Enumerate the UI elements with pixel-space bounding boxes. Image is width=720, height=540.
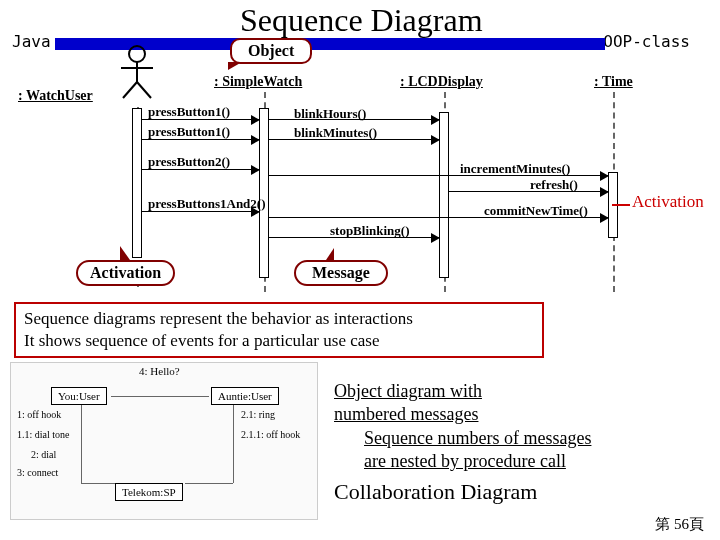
diagram-title: Sequence Diagram (240, 2, 483, 39)
od-link (185, 483, 233, 484)
collab-line: are nested by procedure call (364, 451, 566, 471)
msg-label: pressButton1() (148, 104, 230, 120)
actor-icon (117, 44, 157, 100)
lifeline-simplewatch: : SimpleWatch (214, 74, 302, 90)
arrow-icon (269, 175, 608, 176)
activation-bar (259, 108, 269, 278)
page-number: 第 56頁 (655, 515, 704, 534)
arrow-icon (269, 217, 608, 218)
desc-line: It shows sequence of events for a partic… (24, 330, 534, 352)
oop-class-label: OOP-class (603, 32, 690, 51)
lifeline-watchuser: : WatchUser (18, 88, 93, 104)
od-num: 3: connect (17, 467, 58, 478)
pointer-line (612, 204, 630, 206)
activation-bar (439, 112, 449, 278)
activation-label-right: Activation (632, 192, 704, 212)
od-obj-telekom: Telekom:SP (115, 483, 183, 501)
collab-text: Object diagram with numbered messages Se… (334, 380, 591, 506)
activation-bar (132, 108, 142, 258)
desc-line: Sequence diagrams represent the behavior… (24, 308, 534, 330)
arrow-icon (269, 119, 439, 120)
collab-line: Sequence numbers of messages (364, 428, 591, 448)
object-callout: Object (230, 38, 312, 64)
od-link (111, 396, 209, 397)
lifeline-lcddisplay: : LCDDisplay (400, 74, 483, 90)
svg-line-4 (137, 82, 151, 98)
activation-callout-left: Activation (76, 260, 175, 286)
od-num: 2.1.1: off hook (241, 429, 300, 440)
od-link (81, 483, 115, 484)
arrow-icon (142, 139, 259, 140)
svg-point-0 (129, 46, 145, 62)
collab-line: Object diagram with (334, 381, 482, 401)
lifeline-time: : Time (594, 74, 633, 90)
od-num: 1: off hook (17, 409, 61, 420)
arrow-icon (448, 191, 608, 192)
java-label: Java (12, 32, 51, 51)
od-msg: 4: Hello? (139, 365, 180, 377)
msg-label: pressButton1() (148, 124, 230, 140)
od-obj-auntie: Auntie:User (211, 387, 279, 405)
msg-label: pressButtons1And2() (148, 196, 266, 212)
callout-tail (120, 246, 130, 260)
od-num: 2: dial (31, 449, 56, 460)
object-diagram-thumb: 4: Hello? You:User Auntie:User Telekom:S… (10, 362, 318, 520)
msg-label: pressButton2() (148, 154, 230, 170)
arrow-icon (142, 169, 259, 170)
svg-line-3 (123, 82, 137, 98)
od-link (233, 405, 234, 483)
arrow-icon (142, 119, 259, 120)
callout-tail (326, 248, 334, 260)
od-link (81, 405, 82, 483)
od-num: 1.1: dial tone (17, 429, 70, 440)
arrow-icon (269, 139, 439, 140)
description-box: Sequence diagrams represent the behavior… (14, 302, 544, 358)
collab-title: Collaboration Diagram (334, 478, 591, 507)
od-num: 2.1: ring (241, 409, 275, 420)
od-obj-you: You:User (51, 387, 107, 405)
collab-line: numbered messages (334, 404, 478, 424)
message-callout: Message (294, 260, 388, 286)
arrow-icon (269, 237, 439, 238)
arrow-icon (142, 211, 259, 212)
